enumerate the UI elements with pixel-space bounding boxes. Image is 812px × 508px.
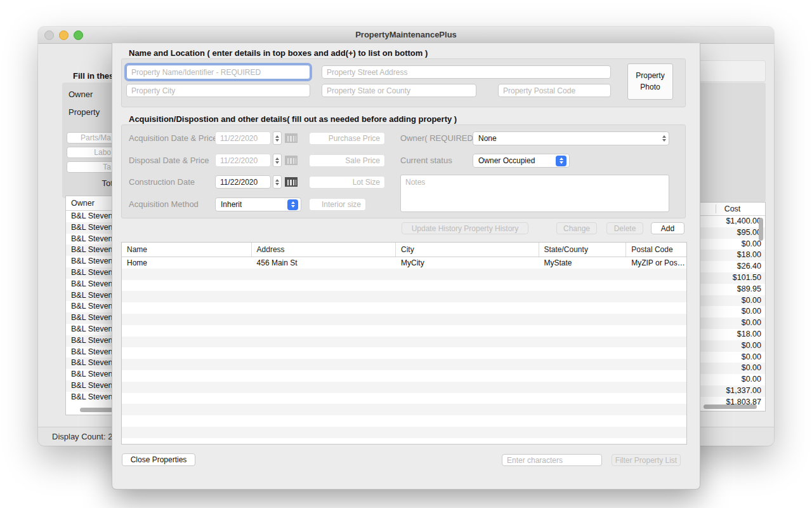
property-name-input[interactable] [126,65,310,79]
table-row[interactable] [122,325,686,337]
table-row[interactable] [122,415,686,427]
current-status-value: Owner Occupied [478,156,535,165]
acquisition-method-select[interactable]: Inherit [215,197,301,211]
current-status-label: Current status [400,156,452,165]
calendar-icon[interactable] [285,177,298,187]
change-button[interactable]: Change [556,222,597,234]
construction-date-stepper[interactable] [273,175,282,189]
title-bar[interactable]: PropertyMaintenancePlus [38,27,774,44]
table-row[interactable] [122,347,686,359]
table-cell: MyState [539,258,627,267]
filter-property-list-button[interactable]: Filter Property List [612,454,681,466]
sale-price-field[interactable] [309,154,385,167]
property-label: Property [69,107,100,117]
table-row[interactable] [122,438,686,444]
parts-materials-field[interactable] [67,132,116,144]
column-header[interactable]: Name [122,243,252,257]
column-header[interactable]: State/County [539,243,627,257]
chevron-up-down-icon [662,135,666,142]
owner-label: Owner [69,90,93,99]
horizontal-scrollbar[interactable] [704,404,757,409]
chevron-up-down-icon [556,156,566,166]
postal-code-input[interactable] [498,84,611,97]
property-city-input[interactable] [126,84,310,97]
acquisition-method-value: Inherit [221,200,242,209]
acquisition-method-label: Acquisition Method [129,199,199,209]
column-header[interactable]: Address [252,243,396,257]
delete-button[interactable]: Delete [606,222,643,234]
acquisition-date-label: Acquisition Date & Price [129,133,217,143]
acquisition-date-input[interactable] [215,131,271,145]
table-row[interactable] [122,393,686,404]
table-row[interactable] [122,427,686,438]
cost-header-label: Cost [724,204,741,213]
construction-date-input[interactable] [215,175,271,189]
table-row[interactable] [122,302,686,314]
purchase-price-field[interactable] [309,132,385,145]
table-row[interactable]: Home456 Main StMyCityMyStateMyZIP or Pos… [122,257,686,269]
add-button[interactable]: Add [651,222,684,234]
table-row[interactable] [122,337,686,348]
table-row[interactable] [122,314,686,325]
total-label: Tota [67,178,117,188]
tax-field[interactable] [67,161,116,173]
notes-textarea[interactable] [400,175,669,212]
property-photo-button[interactable]: Property Photo [627,64,673,100]
acquisition-date-stepper[interactable] [273,131,282,145]
property-table-rows: Home456 Main StMyCityMyStateMyZIP or Pos… [122,257,686,444]
table-cell: Home [122,258,252,267]
table-row[interactable] [122,404,686,415]
labor-field[interactable] [67,147,116,158]
construction-date-label: Construction Date [129,177,195,187]
right-mid-panel [691,83,766,202]
table-row[interactable] [122,382,686,393]
current-status-select[interactable]: Owner Occupied [473,154,570,168]
table-row[interactable] [122,291,686,302]
right-top-band [691,60,766,82]
owner-select[interactable]: None [473,131,669,145]
owner-select-value: None [478,134,497,143]
property-table: Name Address City State/County Postal Co… [121,242,687,444]
calendar-icon[interactable] [285,156,298,165]
disposal-date-stepper[interactable] [273,154,282,167]
close-properties-button[interactable]: Close Properties [122,453,195,466]
table-row[interactable] [122,280,686,291]
interior-size-field[interactable] [309,198,366,211]
chevron-up-down-icon [287,199,298,210]
table-row[interactable] [122,359,686,370]
table-row[interactable] [122,269,686,280]
table-cell: 456 Main St [252,258,396,267]
column-header[interactable]: City [396,243,539,257]
name-location-section-title: Name and Location ( enter details in top… [129,48,428,58]
table-row[interactable] [122,370,686,382]
owner-required-label: Owner( REQUIRED ) [400,133,478,143]
disposal-date-input[interactable] [215,154,271,167]
table-cell: MyCity [396,258,539,267]
table-cell: MyZIP or Pos… [626,258,686,267]
lot-size-field[interactable] [309,176,385,189]
column-divider [716,204,716,213]
disposal-date-label: Disposal Date & Price [129,156,209,165]
street-address-input[interactable] [322,65,611,79]
calendar-icon[interactable] [285,133,298,143]
acquisition-section-title: Acquisition/Dispostion and other details… [129,114,457,124]
state-county-input[interactable] [322,84,476,97]
update-history-button[interactable]: Update History Property History [402,222,528,234]
vertical-scrollbar[interactable] [759,218,763,241]
left-heading: Fill in thes [73,71,114,81]
property-table-header: Name Address City State/County Postal Co… [122,243,686,257]
column-header[interactable]: Postal Code [626,243,686,257]
properties-sheet: Name and Location ( enter details in top… [112,43,700,490]
window-title: PropertyMaintenancePlus [38,27,774,43]
filter-characters-input[interactable] [502,454,602,466]
